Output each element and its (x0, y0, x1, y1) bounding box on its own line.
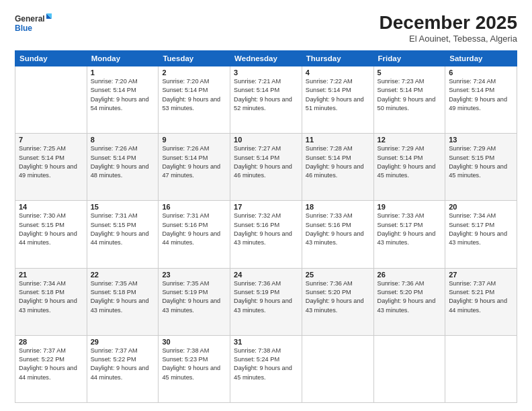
sunset-text: Sunset: 5:14 PM (19, 154, 83, 163)
table-row: 26 Sunrise: 7:36 AM Sunset: 5:20 PM Dayl… (373, 268, 445, 335)
sunset-text: Sunset: 5:18 PM (19, 288, 83, 297)
day-number: 18 (306, 203, 370, 211)
cell-info: Sunrise: 7:27 AM Sunset: 5:14 PM Dayligh… (234, 144, 298, 180)
sunset-text: Sunset: 5:14 PM (306, 86, 370, 95)
cell-info: Sunrise: 7:33 AM Sunset: 5:17 PM Dayligh… (378, 212, 442, 247)
table-row: 13 Sunrise: 7:29 AM Sunset: 5:15 PM Dayl… (445, 134, 517, 201)
sunset-text: Sunset: 5:14 PM (449, 86, 513, 95)
cell-info: Sunrise: 7:37 AM Sunset: 5:21 PM Dayligh… (449, 279, 513, 315)
sunrise-text: Sunrise: 7:33 AM (306, 212, 370, 220)
table-row: 10 Sunrise: 7:27 AM Sunset: 5:14 PM Dayl… (230, 134, 302, 201)
day-number: 25 (306, 271, 370, 279)
cell-info: Sunrise: 7:36 AM Sunset: 5:20 PM Dayligh… (378, 279, 442, 315)
cell-info: Sunrise: 7:35 AM Sunset: 5:19 PM Dayligh… (162, 279, 226, 315)
sunset-text: Sunset: 5:14 PM (378, 86, 442, 95)
daylight-text: Daylight: 9 hours and 48 minutes. (91, 163, 155, 181)
day-number: 11 (306, 136, 370, 144)
daylight-text: Daylight: 9 hours and 43 minutes. (378, 230, 442, 248)
cell-info: Sunrise: 7:34 AM Sunset: 5:18 PM Dayligh… (19, 279, 83, 315)
col-monday: Monday (87, 51, 159, 66)
daylight-text: Daylight: 9 hours and 43 minutes. (306, 230, 370, 248)
daylight-text: Daylight: 9 hours and 43 minutes. (162, 297, 226, 315)
daylight-text: Daylight: 9 hours and 43 minutes. (449, 230, 513, 248)
sunrise-text: Sunrise: 7:37 AM (91, 347, 155, 355)
cell-info: Sunrise: 7:36 AM Sunset: 5:20 PM Dayligh… (306, 279, 370, 315)
sunset-text: Sunset: 5:14 PM (234, 154, 298, 163)
table-row: 24 Sunrise: 7:36 AM Sunset: 5:19 PM Dayl… (230, 268, 302, 335)
day-number: 30 (162, 338, 226, 346)
table-row: 9 Sunrise: 7:26 AM Sunset: 5:14 PM Dayli… (159, 134, 230, 201)
sunrise-text: Sunrise: 7:28 AM (306, 144, 370, 153)
day-number: 6 (449, 68, 513, 77)
day-number: 20 (449, 203, 513, 211)
sunset-text: Sunset: 5:14 PM (234, 86, 298, 95)
cell-info: Sunrise: 7:23 AM Sunset: 5:14 PM Dayligh… (378, 77, 442, 113)
daylight-text: Daylight: 9 hours and 46 minutes. (306, 163, 370, 181)
sunset-text: Sunset: 5:14 PM (91, 86, 155, 95)
sunrise-text: Sunrise: 7:34 AM (19, 279, 83, 288)
cell-info: Sunrise: 7:21 AM Sunset: 5:14 PM Dayligh… (234, 77, 298, 113)
sunrise-text: Sunrise: 7:35 AM (91, 279, 155, 288)
table-row: 1 Sunrise: 7:20 AM Sunset: 5:14 PM Dayli… (87, 66, 159, 134)
day-number: 14 (19, 203, 83, 211)
sunset-text: Sunset: 5:14 PM (378, 154, 442, 163)
day-number: 4 (306, 68, 370, 77)
table-row: 14 Sunrise: 7:30 AM Sunset: 5:15 PM Dayl… (15, 201, 87, 268)
col-wednesday: Wednesday (230, 51, 302, 66)
sunrise-text: Sunrise: 7:27 AM (234, 144, 298, 153)
day-number: 24 (234, 271, 298, 279)
table-row: 18 Sunrise: 7:33 AM Sunset: 5:16 PM Dayl… (302, 201, 373, 268)
sunset-text: Sunset: 5:19 PM (162, 288, 226, 297)
day-number: 13 (449, 136, 513, 144)
day-number: 2 (162, 68, 226, 77)
sunrise-text: Sunrise: 7:24 AM (449, 77, 513, 86)
sunrise-text: Sunrise: 7:31 AM (91, 212, 155, 220)
cell-info: Sunrise: 7:31 AM Sunset: 5:15 PM Dayligh… (91, 212, 155, 247)
day-number: 3 (234, 68, 298, 77)
table-row: 27 Sunrise: 7:37 AM Sunset: 5:21 PM Dayl… (445, 268, 517, 335)
sunset-text: Sunset: 5:16 PM (234, 221, 298, 230)
day-number: 10 (234, 136, 298, 144)
daylight-text: Daylight: 9 hours and 52 minutes. (234, 95, 298, 113)
daylight-text: Daylight: 9 hours and 44 minutes. (91, 230, 155, 248)
cell-info: Sunrise: 7:31 AM Sunset: 5:16 PM Dayligh… (162, 212, 226, 247)
sunset-text: Sunset: 5:14 PM (91, 154, 155, 163)
sunset-text: Sunset: 5:14 PM (162, 86, 226, 95)
day-number: 28 (19, 338, 83, 346)
col-sunday: Sunday (15, 51, 87, 66)
table-row: 5 Sunrise: 7:23 AM Sunset: 5:14 PM Dayli… (373, 66, 445, 134)
daylight-text: Daylight: 9 hours and 43 minutes. (378, 297, 442, 315)
daylight-text: Daylight: 9 hours and 45 minutes. (449, 163, 513, 181)
sunrise-text: Sunrise: 7:36 AM (306, 279, 370, 288)
cell-info: Sunrise: 7:34 AM Sunset: 5:17 PM Dayligh… (449, 212, 513, 247)
cell-info: Sunrise: 7:24 AM Sunset: 5:14 PM Dayligh… (449, 77, 513, 113)
main-title: December 2025 (380, 12, 517, 34)
sunset-text: Sunset: 5:18 PM (91, 288, 155, 297)
table-row: 20 Sunrise: 7:34 AM Sunset: 5:17 PM Dayl… (445, 201, 517, 268)
daylight-text: Daylight: 9 hours and 45 minutes. (234, 364, 298, 382)
sunset-text: Sunset: 5:20 PM (306, 288, 370, 297)
sunset-text: Sunset: 5:24 PM (234, 355, 298, 364)
sunset-text: Sunset: 5:16 PM (306, 221, 370, 230)
table-row: 12 Sunrise: 7:29 AM Sunset: 5:14 PM Dayl… (373, 134, 445, 201)
daylight-text: Daylight: 9 hours and 49 minutes. (449, 95, 513, 113)
table-row: 31 Sunrise: 7:38 AM Sunset: 5:24 PM Dayl… (230, 335, 302, 402)
cell-info: Sunrise: 7:26 AM Sunset: 5:14 PM Dayligh… (91, 144, 155, 180)
logo: General Blue (15, 12, 52, 36)
cell-info: Sunrise: 7:35 AM Sunset: 5:18 PM Dayligh… (91, 279, 155, 315)
sunrise-text: Sunrise: 7:20 AM (162, 77, 226, 86)
table-row: 7 Sunrise: 7:25 AM Sunset: 5:14 PM Dayli… (15, 134, 87, 201)
table-row: 6 Sunrise: 7:24 AM Sunset: 5:14 PM Dayli… (445, 66, 517, 134)
col-thursday: Thursday (302, 51, 373, 66)
table-row: 29 Sunrise: 7:37 AM Sunset: 5:22 PM Dayl… (87, 335, 159, 402)
day-number: 31 (234, 338, 298, 346)
table-row: 8 Sunrise: 7:26 AM Sunset: 5:14 PM Dayli… (87, 134, 159, 201)
sunset-text: Sunset: 5:15 PM (91, 221, 155, 230)
cell-info: Sunrise: 7:25 AM Sunset: 5:14 PM Dayligh… (19, 144, 83, 180)
sunset-text: Sunset: 5:14 PM (306, 154, 370, 163)
cell-info: Sunrise: 7:20 AM Sunset: 5:14 PM Dayligh… (162, 77, 226, 113)
daylight-text: Daylight: 9 hours and 43 minutes. (19, 297, 83, 315)
day-number: 23 (162, 271, 226, 279)
day-number: 16 (162, 203, 226, 211)
sunrise-text: Sunrise: 7:35 AM (162, 279, 226, 288)
